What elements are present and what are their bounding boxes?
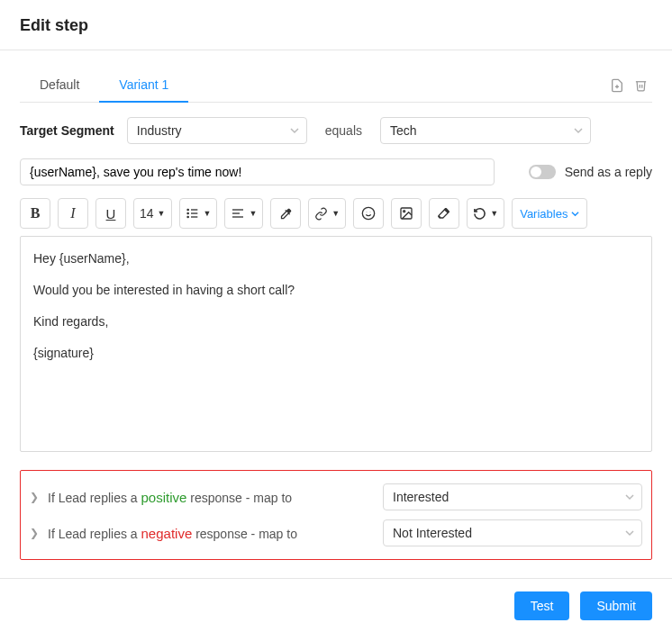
list-button[interactable]: ▼ xyxy=(179,198,218,229)
negative-mapping-label: If Lead replies a negative response - ma… xyxy=(48,526,297,541)
subject-input[interactable] xyxy=(20,158,495,185)
svg-point-13 xyxy=(363,207,375,219)
color-button[interactable] xyxy=(270,198,301,229)
link-button[interactable]: ▼ xyxy=(308,198,346,229)
bold-button[interactable]: B xyxy=(20,198,50,229)
tab-default[interactable]: Default xyxy=(20,68,99,103)
link-icon xyxy=(314,207,328,221)
body-line: Kind regards, xyxy=(33,312,639,331)
font-size-select[interactable]: 14▼ xyxy=(133,198,172,229)
undo-button[interactable]: ▼ xyxy=(467,198,504,229)
page-title: Edit step xyxy=(20,16,652,35)
eraser-icon xyxy=(437,206,451,221)
chevron-right-icon: ❯ xyxy=(30,491,39,503)
positive-mapping-select[interactable]: Interested xyxy=(383,483,642,510)
italic-button[interactable]: I xyxy=(58,198,88,229)
emoji-button[interactable] xyxy=(353,198,384,229)
list-icon xyxy=(186,206,200,221)
target-segment-operator: equals xyxy=(325,123,362,138)
tab-variant-1[interactable]: Variant 1 xyxy=(99,68,188,103)
variables-button[interactable]: Variables xyxy=(512,198,587,229)
svg-point-8 xyxy=(187,212,188,213)
chevron-down-icon xyxy=(625,492,634,501)
align-button[interactable]: ▼ xyxy=(224,198,263,229)
delete-variant-icon[interactable] xyxy=(632,77,649,94)
undo-icon xyxy=(473,207,486,221)
underline-button[interactable]: U xyxy=(95,198,126,229)
body-line: Would you be interested in having a shor… xyxy=(33,281,639,300)
chevron-down-icon xyxy=(574,126,583,135)
align-icon xyxy=(231,206,245,221)
eraser-button[interactable] xyxy=(429,198,459,229)
email-body-editor[interactable]: Hey {userName}, Would you be interested … xyxy=(20,236,652,452)
body-line: {signature} xyxy=(33,344,639,363)
chevron-down-icon xyxy=(625,528,634,537)
add-variant-icon[interactable] xyxy=(609,77,625,94)
chevron-down-icon xyxy=(571,210,579,218)
eyedropper-icon xyxy=(279,207,293,221)
svg-point-7 xyxy=(187,209,188,210)
body-line: Hey {userName}, xyxy=(33,249,639,268)
submit-button[interactable]: Submit xyxy=(580,591,652,620)
divider xyxy=(0,50,672,50)
target-segment-label: Target Segment xyxy=(20,123,114,138)
send-as-reply-label: Send as a reply xyxy=(565,165,652,179)
divider xyxy=(0,578,672,579)
select-value: Not Interested xyxy=(393,526,472,540)
target-segment-field-select[interactable]: Industry xyxy=(127,117,307,144)
response-mapping-box: ❯ If Lead replies a positive response - … xyxy=(20,470,652,560)
chevron-right-icon: ❯ xyxy=(30,527,39,539)
send-as-reply-toggle[interactable] xyxy=(529,165,556,179)
select-value: Industry xyxy=(137,123,182,138)
image-icon xyxy=(399,206,413,221)
emoji-icon xyxy=(361,206,376,221)
chevron-down-icon xyxy=(290,126,299,135)
positive-mapping-label: If Lead replies a positive response - ma… xyxy=(48,490,292,505)
editor-toolbar: B I U 14▼ ▼ ▼ xyxy=(20,198,652,229)
svg-point-17 xyxy=(404,211,405,212)
tabs: Default Variant 1 xyxy=(20,68,609,102)
image-button[interactable] xyxy=(391,198,422,229)
select-value: Tech xyxy=(390,123,417,138)
svg-point-9 xyxy=(187,216,188,217)
target-segment-value-select[interactable]: Tech xyxy=(380,117,591,144)
negative-mapping-select[interactable]: Not Interested xyxy=(383,519,642,546)
select-value: Interested xyxy=(393,490,449,504)
test-button[interactable]: Test xyxy=(514,591,570,620)
